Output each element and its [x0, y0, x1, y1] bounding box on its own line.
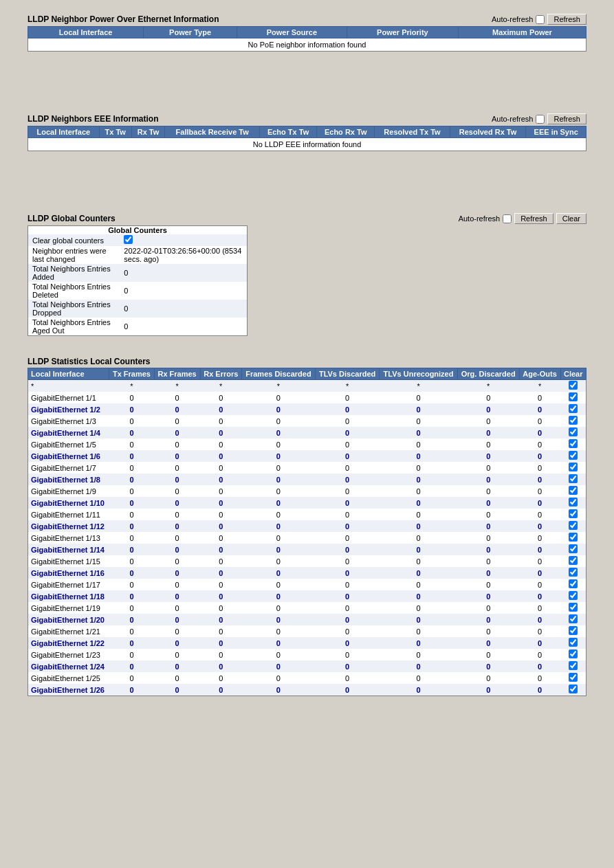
stats-cell: 0	[154, 649, 200, 660]
stats-clear-cell[interactable]	[560, 532, 586, 544]
stats-cell: 0	[200, 684, 242, 696]
stats-cell: 0	[380, 649, 457, 660]
stats-cell: 0	[242, 649, 316, 660]
poe-autorefresh-checkbox[interactable]	[536, 15, 545, 24]
stats-header: LLDP Statistics Local Counters	[28, 357, 586, 366]
stats-clear-cell[interactable]	[560, 427, 586, 438]
stats-clear-cell[interactable]	[560, 625, 586, 637]
stats-clear-checkbox[interactable]	[569, 649, 578, 658]
stats-clear-checkbox[interactable]	[569, 521, 578, 530]
stats-clear-cell[interactable]	[560, 637, 586, 649]
stats-clear-checkbox[interactable]	[569, 404, 578, 413]
stats-clear-cell[interactable]	[560, 614, 586, 625]
stats-col-local-interface: Local Interface	[28, 368, 109, 380]
global-counters-autorefresh-checkbox[interactable]	[503, 214, 512, 223]
stats-cell: 0	[315, 427, 379, 438]
stats-clear-checkbox[interactable]	[569, 439, 578, 448]
stats-clear-cell[interactable]	[560, 602, 586, 614]
global-counter-value[interactable]	[121, 234, 247, 246]
stats-clear-cell[interactable]	[560, 392, 586, 403]
stats-clear-cell[interactable]	[560, 567, 586, 579]
stats-cell: 0	[200, 637, 242, 649]
stats-clear-checkbox[interactable]	[569, 591, 578, 600]
stats-clear-cell[interactable]	[560, 403, 586, 415]
stats-section: LLDP Statistics Local Counters Local Int…	[28, 357, 586, 696]
stats-table-row: GigabitEthernet 1/700000000	[28, 462, 586, 474]
eee-col-resolved-tx-tw: Resolved Tx Tw	[375, 126, 450, 138]
global-counters-refresh-button[interactable]: Refresh	[514, 213, 553, 224]
stats-clear-cell[interactable]	[560, 415, 586, 427]
stats-clear-cell[interactable]	[560, 474, 586, 485]
eee-refresh-button[interactable]: Refresh	[547, 113, 586, 124]
stats-clear-checkbox[interactable]	[569, 614, 578, 623]
stats-clear-checkbox[interactable]	[569, 451, 578, 460]
stats-clear-checkbox[interactable]	[569, 498, 578, 507]
stats-cell: 0	[315, 544, 379, 555]
stats-cell: 0	[457, 497, 519, 509]
stats-clear-cell[interactable]	[560, 438, 586, 450]
stats-cell: 0	[315, 474, 379, 485]
stats-clear-cell[interactable]	[560, 450, 586, 462]
stats-clear-checkbox[interactable]	[569, 463, 578, 471]
stats-clear-checkbox[interactable]	[569, 509, 578, 518]
eee-autorefresh-checkbox[interactable]	[536, 115, 545, 124]
stats-clear-cell[interactable]	[560, 380, 586, 392]
stats-cell: 0	[242, 427, 316, 438]
stats-clear-cell[interactable]	[560, 590, 586, 602]
stats-cell: 0	[315, 637, 379, 649]
stats-cell: 0	[200, 672, 242, 684]
stats-clear-cell[interactable]	[560, 497, 586, 509]
stats-clear-cell[interactable]	[560, 520, 586, 532]
stats-clear-checkbox[interactable]	[569, 579, 578, 588]
stats-clear-cell[interactable]	[560, 649, 586, 660]
stats-cell: 0	[154, 637, 200, 649]
stats-clear-checkbox[interactable]	[569, 381, 578, 390]
stats-cell: 0	[315, 485, 379, 497]
stats-clear-cell[interactable]	[560, 555, 586, 567]
stats-clear-cell[interactable]	[560, 485, 586, 497]
stats-clear-checkbox[interactable]	[569, 685, 578, 693]
stats-clear-checkbox[interactable]	[569, 673, 578, 682]
stats-clear-checkbox[interactable]	[569, 416, 578, 425]
stats-clear-checkbox[interactable]	[569, 474, 578, 483]
stats-clear-checkbox[interactable]	[569, 638, 578, 647]
stats-clear-checkbox[interactable]	[569, 626, 578, 635]
stats-clear-cell[interactable]	[560, 684, 586, 696]
poe-refresh-button[interactable]: Refresh	[547, 14, 586, 25]
stats-clear-checkbox[interactable]	[569, 603, 578, 612]
stats-cell: 0	[154, 544, 200, 555]
poe-autorefresh-label: Auto-refresh	[492, 15, 534, 23]
stats-clear-cell[interactable]	[560, 509, 586, 520]
stats-clear-checkbox[interactable]	[569, 544, 578, 553]
stats-clear-checkbox[interactable]	[569, 556, 578, 565]
stats-clear-checkbox[interactable]	[569, 661, 578, 670]
stats-cell: 0	[200, 614, 242, 625]
stats-clear-cell[interactable]	[560, 672, 586, 684]
stats-clear-cell[interactable]	[560, 544, 586, 555]
stats-cell: 0	[380, 474, 457, 485]
stats-cell: 0	[154, 520, 200, 532]
stats-cell: 0	[154, 602, 200, 614]
stats-interface-name: GigabitEthernet 1/9	[28, 485, 109, 497]
stats-clear-checkbox[interactable]	[569, 486, 578, 495]
stats-clear-checkbox[interactable]	[569, 427, 578, 436]
stats-cell: 0	[154, 427, 200, 438]
stats-cell: 0	[315, 415, 379, 427]
stats-clear-cell[interactable]	[560, 579, 586, 590]
stats-cell: 0	[200, 415, 242, 427]
stats-clear-checkbox[interactable]	[569, 533, 578, 542]
poe-section: LLDP Neighbor Power Over Ethernet Inform…	[28, 14, 586, 52]
stats-cell: *	[242, 380, 316, 392]
eee-col-local-interface: Local Interface	[28, 126, 100, 138]
stats-clear-cell[interactable]	[560, 462, 586, 474]
global-counters-clear-button[interactable]: Clear	[556, 213, 586, 224]
stats-clear-cell[interactable]	[560, 660, 586, 672]
stats-clear-checkbox[interactable]	[569, 568, 578, 577]
stats-clear-checkbox[interactable]	[569, 392, 578, 401]
stats-cell: 0	[315, 520, 379, 532]
stats-cell: 0	[519, 684, 560, 696]
stats-cell: 0	[315, 450, 379, 462]
stats-table-row: GigabitEthernet 1/1000000000	[28, 497, 586, 509]
stats-cell: 0	[519, 520, 560, 532]
clear-global-counters-checkbox[interactable]	[124, 235, 133, 244]
